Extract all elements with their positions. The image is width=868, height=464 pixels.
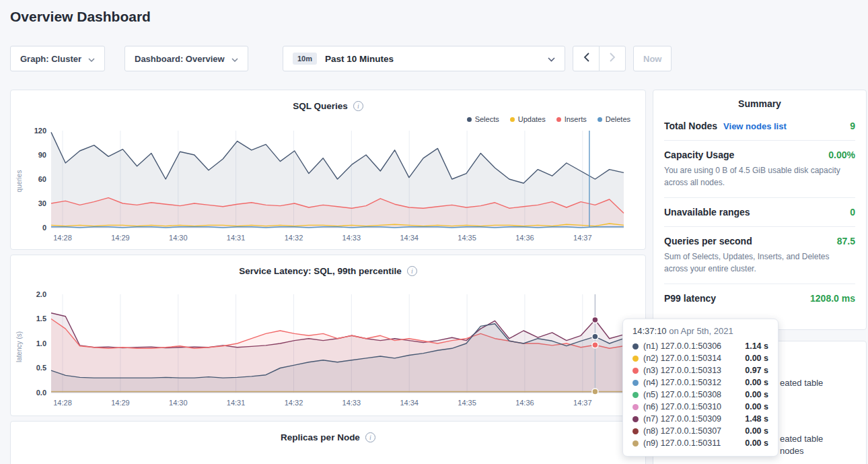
node-label: (n5) 127.0.0.1:50308 (643, 390, 721, 399)
svg-text:1.5: 1.5 (36, 314, 46, 323)
tooltip-time: 14:37:10 (632, 326, 667, 336)
replicas-per-node-chart-card: Replicas per Node i (10, 421, 646, 464)
legend-item-inserts[interactable]: Inserts (556, 115, 587, 123)
node-label: (n3) 127.0.0.1:50313 (643, 366, 721, 375)
tooltip-row: (n1) 127.0.0.1:50306 1.14 s (632, 340, 768, 352)
summary-label: Queries per second (664, 236, 752, 246)
svg-text:14:29: 14:29 (111, 399, 130, 407)
chevron-down-icon (548, 53, 555, 65)
svg-text:0: 0 (42, 224, 46, 232)
event-item[interactable]: eated table (780, 434, 823, 444)
node-label: (n7) 127.0.0.1:50309 (643, 414, 721, 424)
svg-text:120: 120 (34, 127, 46, 135)
summary-value: 87.5 (837, 236, 855, 246)
legend-label: Inserts (565, 115, 587, 123)
summary-p99-latency: P99 latency 1208.0 ms (664, 284, 855, 312)
summary-value: 1208.0 ms (810, 293, 855, 304)
event-item[interactable]: eated table (780, 378, 823, 388)
tooltip-row: (n5) 127.0.0.1:50308 0.00 s (632, 389, 768, 401)
node-label: (n2) 127.0.0.1:50314 (643, 354, 721, 363)
chart-title: SQL Queries (293, 101, 348, 111)
svg-text:14:28: 14:28 (53, 234, 72, 242)
node-value: 1.48 s (745, 414, 768, 424)
node-label: (n8) 127.0.0.1:50307 (643, 426, 721, 436)
svg-text:14:33: 14:33 (342, 399, 361, 407)
legend-label: Updates (518, 115, 546, 123)
sql-queries-plot[interactable]: 14:2814:2914:3014:3114:3214:3314:3414:35… (22, 125, 635, 245)
overview-dashboard-page: Overview Dashboard Graph: Cluster Dashbo… (0, 0, 868, 464)
legend-item-deletes[interactable]: Deletes (598, 115, 630, 123)
node-color-dot (632, 428, 639, 434)
summary-description: Sum of Selects, Updates, Inserts, and De… (664, 251, 855, 275)
summary-capacity-usage: Capacity Usage 0.00% You are using 0 B o… (664, 141, 855, 198)
node-value: 0.00 s (745, 354, 768, 363)
svg-text:0.5: 0.5 (36, 364, 46, 372)
node-value: 0.00 s (745, 426, 768, 436)
node-value: 1.14 s (745, 341, 768, 351)
svg-text:14:35: 14:35 (458, 234, 476, 242)
svg-text:14:29: 14:29 (111, 234, 130, 242)
node-color-dot (632, 392, 639, 398)
dashboard-selector-dropdown[interactable]: Dashboard: Overview (124, 46, 248, 71)
sql-queries-chart-card: SQL Queries i Selects Updates Inserts De… (10, 90, 646, 250)
tooltip-date: on Apr 5th, 2021 (669, 326, 733, 336)
svg-text:14:35: 14:35 (458, 399, 476, 407)
dashboard-selector-label: Dashboard: Overview (135, 54, 225, 64)
node-value: 0.00 s (745, 378, 768, 387)
summary-queries-per-second: Queries per second 87.5 Sum of Selects, … (664, 227, 855, 284)
node-label: (n1) 127.0.0.1:50306 (643, 341, 721, 351)
node-color-dot (632, 368, 639, 374)
time-prev-button[interactable] (573, 46, 600, 71)
legend-item-updates[interactable]: Updates (510, 115, 546, 123)
tooltip-row: (n8) 127.0.0.1:50307 0.00 s (632, 425, 768, 437)
svg-text:14:36: 14:36 (515, 234, 534, 242)
legend-label: Deletes (606, 115, 630, 123)
tooltip-row: (n4) 127.0.0.1:50312 0.00 s (632, 376, 768, 389)
time-range-badge: 10m (293, 53, 317, 65)
svg-text:14:31: 14:31 (227, 399, 246, 407)
summary-value: 0.00% (828, 150, 855, 160)
svg-text:0.0: 0.0 (36, 389, 46, 397)
legend-dot (598, 117, 602, 122)
chart-title: Replicas per Node (281, 432, 360, 442)
info-icon[interactable]: i (407, 266, 417, 276)
summary-description: You are using 0 B of 4.5 GiB usable disk… (664, 164, 855, 189)
time-next-button[interactable] (599, 46, 626, 71)
node-value: 0.00 s (745, 390, 768, 399)
tooltip-row: (n9) 127.0.0.1:50311 0.00 s (632, 437, 768, 449)
node-value: 0.00 s (745, 438, 768, 448)
view-nodes-list-link[interactable]: View nodes list (723, 121, 787, 131)
node-color-dot (632, 343, 639, 350)
chart-title: Service Latency: SQL, 99th percentile (239, 266, 402, 276)
summary-value: 9 (850, 121, 855, 131)
graph-selector-dropdown[interactable]: Graph: Cluster (10, 46, 105, 71)
service-latency-plot[interactable]: 14:2814:2914:3014:3114:3214:3314:3414:35… (22, 289, 635, 410)
summary-value: 0 (850, 207, 855, 218)
now-button[interactable]: Now (633, 46, 672, 71)
summary-label: P99 latency (664, 293, 716, 304)
svg-text:1.0: 1.0 (36, 339, 46, 347)
y-axis-title: latency (s) (15, 331, 23, 362)
node-value: 0.97 s (745, 366, 768, 375)
tooltip-row: (n6) 127.0.0.1:50310 0.00 s (632, 401, 768, 413)
chart-title-row: SQL Queries i (22, 98, 635, 113)
legend-label: Selects (475, 115, 499, 123)
svg-text:14:34: 14:34 (400, 399, 419, 407)
service-latency-chart-card: Service Latency: SQL, 99th percentile i … (10, 255, 646, 416)
time-range-selector[interactable]: 10m Past 10 Minutes (283, 46, 565, 71)
tooltip-row: (n7) 127.0.0.1:50309 1.48 s (632, 413, 768, 425)
summary-title: Summary (664, 98, 855, 109)
legend-dot (510, 117, 515, 122)
info-icon[interactable]: i (353, 101, 363, 111)
event-item[interactable]: nodes (780, 446, 803, 456)
svg-text:90: 90 (38, 151, 46, 159)
legend-item-selects[interactable]: Selects (467, 115, 499, 123)
svg-text:14:36: 14:36 (515, 399, 534, 407)
node-label: (n6) 127.0.0.1:50310 (643, 402, 721, 411)
graph-selector-label: Graph: Cluster (20, 54, 81, 64)
svg-text:14:28: 14:28 (53, 399, 72, 407)
info-icon[interactable]: i (365, 432, 375, 442)
summary-panel: Summary Total Nodes View nodes list 9 Ca… (653, 90, 867, 330)
chart-title-row: Service Latency: SQL, 99th percentile i (22, 263, 635, 278)
summary-unavailable-ranges: Unavailable ranges 0 (664, 198, 855, 227)
